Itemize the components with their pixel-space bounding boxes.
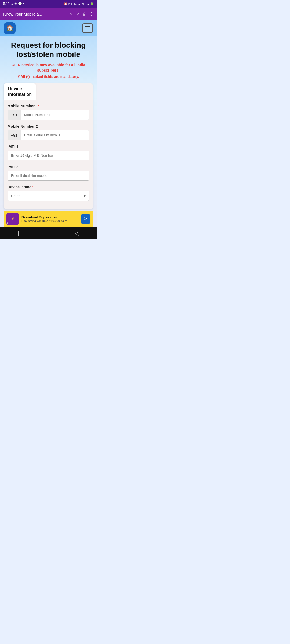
ad-info: Download Zupee now !! Play now & win upt… — [21, 215, 78, 223]
ceir-notice: CEIR service is now available for all In… — [4, 63, 93, 73]
ad-arrow-button[interactable]: > — [81, 214, 90, 224]
imei-2-input[interactable] — [8, 171, 89, 181]
mobile-number-1-group: Mobile Number 1* +91 — [8, 104, 89, 120]
imei-1-group: IMEI 1 — [8, 145, 89, 160]
recent-apps-button[interactable]: ||| — [18, 230, 22, 236]
camera1-icon: ⊙ — [10, 2, 13, 6]
ad-logo-icon: ⚡ — [11, 217, 14, 220]
mobile-number-1-input[interactable] — [21, 110, 89, 120]
page-title: Request for blocking lost/stolen mobile — [4, 41, 93, 59]
hamburger-menu-button[interactable] — [82, 23, 93, 33]
4g-icon: 4G — [74, 2, 77, 5]
mobile-number-2-group: Mobile Number 2 +91 — [8, 124, 89, 140]
menu-line-3 — [85, 30, 90, 30]
status-right: ⏰ VoL 4G ▲ VoL ▲ 🔋 — [64, 2, 93, 5]
back-nav-button[interactable]: ◁ — [75, 230, 79, 236]
device-brand-group: Device Brand* Select Samsung Apple Xiaom… — [8, 185, 89, 201]
imei-1-label: IMEI 1 — [8, 145, 89, 149]
required-star-1: * — [38, 104, 39, 108]
mobile-number-2-input[interactable] — [21, 130, 89, 140]
mobile-number-2-label: Mobile Number 2 — [8, 124, 89, 129]
device-brand-label: Device Brand* — [8, 185, 89, 189]
device-brand-select-wrapper: Select Samsung Apple Xiaomi OnePlus Vivo… — [8, 191, 89, 201]
mandatory-notice: # All (*) marked fields are mandatory. — [4, 75, 93, 79]
home-icon: 🏠 — [6, 25, 13, 32]
share-icon[interactable]: ⎙ — [83, 12, 85, 16]
forward-icon[interactable]: > — [77, 12, 79, 16]
menu-line-2 — [85, 28, 90, 28]
mobile-number-1-label: Mobile Number 1* — [8, 104, 89, 108]
browser-bar: Know Your Mobile a... < > ⎙ ⋮ — [0, 8, 97, 20]
time-display: 5:12 — [3, 2, 9, 6]
volte2-icon: VoL — [81, 2, 86, 5]
more-options-icon[interactable]: ⋮ — [89, 12, 93, 17]
dot-icon: • — [23, 2, 24, 6]
device-information-tab: DeviceInformation — [4, 83, 36, 100]
status-left: 5:12 ⊙ ✳ 💬 • — [3, 2, 24, 6]
status-bar: 5:12 ⊙ ✳ 💬 • ⏰ VoL 4G ▲ VoL ▲ 🔋 — [0, 0, 97, 8]
imei-1-input[interactable] — [8, 151, 89, 160]
mobile-number-2-input-row: +91 — [8, 130, 89, 140]
required-star-brand: * — [31, 185, 33, 189]
ad-banner[interactable]: ⚡ ℹ Download Zupee now !! Play now & win… — [4, 211, 93, 227]
battery-icon: 🔋 — [90, 2, 93, 5]
ad-logo: ⚡ ℹ — [6, 213, 19, 225]
alarm-icon: ⏰ — [64, 2, 67, 5]
chat-icon: 💬 — [18, 2, 22, 6]
home-nav-button[interactable]: □ — [47, 230, 50, 236]
imei-2-label: IMEI 2 — [8, 165, 89, 169]
mobile-number-1-input-row: +91 — [8, 110, 89, 120]
home-button[interactable]: 🏠 — [4, 22, 16, 34]
card-tab-label: DeviceInformation — [8, 86, 32, 97]
menu-line-1 — [85, 26, 90, 27]
ad-info-icon: ℹ — [7, 222, 8, 225]
bottom-navigation: ||| □ ◁ — [0, 227, 97, 239]
volte1-icon: VoL — [68, 2, 73, 5]
camera2-icon: ✳ — [14, 2, 17, 6]
country-code-1: +91 — [8, 110, 21, 120]
signal2-icon: ▲ — [87, 2, 89, 5]
main-content: Request for blocking lost/stolen mobile … — [0, 36, 97, 227]
browser-title: Know Your Mobile a... — [3, 12, 67, 16]
device-brand-select[interactable]: Select Samsung Apple Xiaomi OnePlus Vivo… — [8, 191, 89, 201]
form-card: DeviceInformation Mobile Number 1* +91 M… — [4, 83, 93, 209]
back-icon[interactable]: < — [70, 12, 73, 16]
signal1-icon: ▲ — [78, 2, 81, 5]
browser-icons: < > ⎙ ⋮ — [70, 12, 93, 17]
country-code-2: +91 — [8, 130, 21, 140]
app-header: 🏠 — [0, 20, 97, 36]
ad-title: Download Zupee now !! — [21, 215, 78, 219]
imei-2-group: IMEI 2 — [8, 165, 89, 181]
ad-subtitle: Play now & win upto ₹10,000 daily. — [21, 219, 78, 223]
